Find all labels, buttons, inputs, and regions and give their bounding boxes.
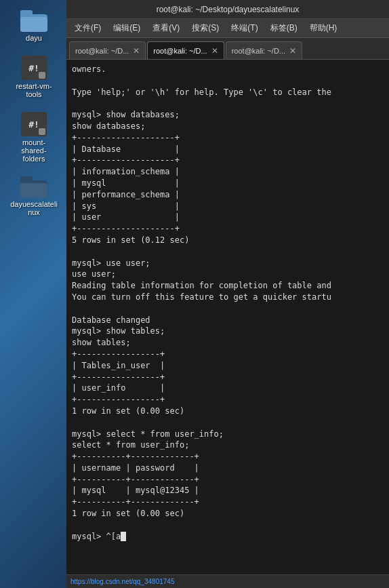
desktop-icon-label-dayuescalatelinux: dayuescalatelinux: [10, 200, 58, 216]
tab-0-label: root@kali: ~/D...: [75, 47, 129, 55]
desktop-icon-dayuescalatelinux[interactable]: dayuescalatelinux: [7, 173, 61, 220]
terminal-menubar: 文件(F) 编辑(E) 查看(V) 搜索(S) 终端(T) 标签(B) 帮助(H…: [66, 19, 389, 38]
tab-0-close[interactable]: ✕: [133, 46, 140, 56]
terminal-title-text: root@kali: ~/Desktop/dayuescalatelinux: [157, 5, 300, 14]
terminal-statusbar: https://blog.csdn.net/qq_34801745: [66, 574, 389, 588]
menu-edit[interactable]: 编辑(E): [108, 20, 146, 36]
tab-1-close[interactable]: ✕: [211, 46, 218, 56]
menu-help[interactable]: 帮助(H): [304, 20, 343, 36]
desktop-icon-restart-vm-tools[interactable]: restart-vm-tools: [7, 52, 61, 102]
menu-file[interactable]: 文件(F): [69, 20, 106, 36]
desktop-icon-dayu[interactable]: dayu: [7, 7, 61, 45]
folder-icon-dayuescalatelinux: [20, 176, 47, 198]
tab-2[interactable]: root@kali: ~/D... ✕: [226, 41, 302, 59]
tab-1-label: root@kali: ~/D...: [153, 47, 207, 55]
tab-2-label: root@kali: ~/D...: [232, 47, 285, 55]
tab-2-close[interactable]: ✕: [289, 46, 296, 56]
desktop-icon-mount-shared-folders[interactable]: mount-shared-folders: [7, 109, 61, 166]
desktop-icon-label-restart-vm-tools: restart-vm-tools: [10, 82, 58, 98]
script-icon-mount-shared-folders: [21, 112, 47, 136]
terminal-titlebar: root@kali: ~/Desktop/dayuescalatelinux: [66, 0, 389, 19]
desktop: dayu restart-vm-tools mount-shared-folde…: [0, 0, 68, 588]
desktop-icon-label-dayu: dayu: [10, 34, 58, 42]
terminal-output: owners. Type 'help;' or '\h' for help. T…: [72, 64, 384, 542]
folder-icon-dayu: [20, 10, 47, 32]
terminal-content[interactable]: owners. Type 'help;' or '\h' for help. T…: [66, 60, 389, 574]
menu-view[interactable]: 查看(V): [147, 20, 185, 36]
terminal-tabbar: root@kali: ~/D... ✕ root@kali: ~/D... ✕ …: [66, 38, 389, 60]
statusbar-url[interactable]: https://blog.csdn.net/qq_34801745: [70, 578, 174, 585]
menu-search[interactable]: 搜索(S): [186, 20, 224, 36]
menu-terminal[interactable]: 终端(T): [226, 20, 263, 36]
desktop-icon-label-mount-shared-folders: mount-shared-folders: [10, 138, 58, 163]
tab-0[interactable]: root@kali: ~/D... ✕: [69, 41, 146, 59]
word-to: to: [219, 292, 228, 302]
terminal-window: root@kali: ~/Desktop/dayuescalatelinux 文…: [66, 0, 389, 588]
terminal-cursor: [121, 532, 126, 541]
menu-tabs[interactable]: 标签(B): [265, 20, 303, 36]
tab-1[interactable]: root@kali: ~/D... ✕: [147, 41, 224, 59]
script-icon-restart-vm-tools: [21, 56, 47, 80]
